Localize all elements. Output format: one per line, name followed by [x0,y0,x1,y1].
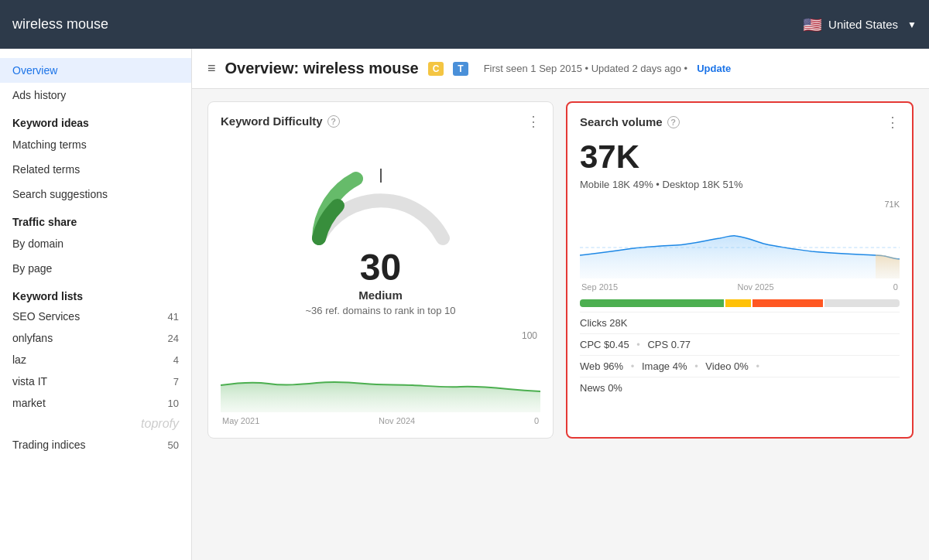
clicks-stat: Clicks 28K [580,312,900,333]
sidebar-list-count: 10 [168,398,179,409]
news-stat: News 0% [580,377,900,398]
web-val-text: 96% [603,360,623,372]
content-meta: First seen 1 Sep 2015 • Updated 2 days a… [484,63,688,74]
bar-gray [824,299,900,307]
clicks-label: Clicks [580,317,607,329]
update-link[interactable]: Update [697,63,731,74]
sidebar-list-label: market [12,397,46,409]
sidebar-item-ads-history[interactable]: Ads history [0,83,191,108]
dot-sep3: • [631,360,635,372]
dot-sep4: • [694,360,698,372]
search-volume-card: Search volume ? ⋮ 37K Mobile 18K 49% • D… [566,101,914,439]
card-title-sv: Search volume ? [580,115,680,128]
desktop-label: Desktop 18K [663,179,720,190]
sv-line-chart [580,209,900,278]
sidebar-list-count: 4 [173,354,179,366]
hamburger-icon[interactable]: ≡ [207,60,216,77]
news-label: News [580,382,605,394]
gauge-value: 30 [360,246,401,289]
gauge-container: 30 Medium ~36 ref. domains to rank in to… [221,138,540,324]
cpc-val-text: $0.45 [604,339,629,350]
sidebar-list-label: vista IT [12,375,47,388]
dots-menu-kd[interactable]: ⋮ [526,114,540,128]
card-title-kd: Keyword Difficulty ? [221,114,340,128]
sidebar: Overview Ads history Keyword ideas Match… [0,49,192,560]
gauge-label: Medium [358,289,403,302]
gauge-chart [303,153,458,246]
sidebar-item-seo-services[interactable]: SEO Services 41 [0,306,191,327]
sv-chart-area: 71K [580,200,900,292]
sidebar-item-by-page[interactable]: By page [0,256,191,281]
media-stat: Web 96% • Image 4% • Video 0% • [580,355,900,377]
keyword-difficulty-card: Keyword Difficulty ? ⋮ [207,101,554,439]
sidebar-item-vista-it[interactable]: vista IT 7 [0,370,191,392]
country-selector[interactable]: 🇺🇸 United States ▼ [803,15,917,34]
sidebar-section-keyword-lists: Keyword lists [0,281,191,306]
main-content: ≡ Overview: wireless mouse C T First see… [192,49,929,560]
volume-number: 37K [580,138,900,176]
sv-chart-bottom: Sep 2015 Nov 2025 0 [580,282,900,292]
sidebar-list-count: 7 [173,376,179,388]
sv-chart-left-label: Sep 2015 [581,282,618,292]
cps-label: CPS [647,339,668,350]
help-icon-kd[interactable]: ? [327,115,340,128]
sidebar-watermark: toprofy [0,414,191,434]
progress-bar-row [580,299,900,307]
sidebar-list-label: Trading indices [12,439,85,451]
page-title: Overview: wireless mouse [225,60,419,77]
chevron-down-icon: ▼ [907,19,917,30]
cards-row: Keyword Difficulty ? ⋮ [192,89,929,451]
dot-sep1: • [656,179,662,190]
kd-title-text: Keyword Difficulty [221,114,323,128]
sidebar-item-market[interactable]: market 10 [0,392,191,414]
kd-chart-left-label: May 2021 [222,416,259,425]
kd-chart-area: 100 May 2021 Nov 2024 [221,330,540,425]
content-header: ≡ Overview: wireless mouse C T First see… [192,49,929,89]
kd-chart-bottom: May 2021 Nov 2024 0 [221,416,540,425]
video-label: Video [705,360,731,372]
mobile-label: Mobile 18K [580,179,630,190]
image-label: Image [642,360,670,372]
kd-chart-zero-label: 0 [534,416,539,425]
sidebar-item-search-suggestions[interactable]: Search suggestions [0,182,191,207]
bar-yellow [725,299,751,307]
desktop-pct: 51% [723,179,743,190]
layout: Overview Ads history Keyword ideas Match… [0,49,929,560]
search-input[interactable] [12,16,803,32]
sidebar-item-matching-terms[interactable]: Matching terms [0,132,191,157]
dot-sep5: • [756,360,759,372]
help-icon-sv[interactable]: ? [667,116,680,128]
clicks-val-text: 28K [609,317,627,329]
sidebar-item-related-terms[interactable]: Related terms [0,157,191,182]
sidebar-list-count: 41 [168,311,179,323]
cpc-cps-stat: CPC $0.45 • CPS 0.77 [580,333,900,355]
flag-icon: 🇺🇸 [803,15,822,34]
sidebar-list-label: SEO Services [12,310,80,323]
sidebar-item-overview[interactable]: Overview [0,58,191,83]
card-header-sv: Search volume ? ⋮ [580,115,900,129]
sidebar-item-trading-indices[interactable]: Trading indices 50 [0,434,191,456]
badge-c: C [428,62,444,76]
news-val-text: 0% [608,382,622,394]
sidebar-list-count: 24 [168,333,179,344]
sidebar-list-label: onlyfans [12,332,53,344]
topbar: 🇺🇸 United States ▼ [0,0,929,49]
cpc-label: CPC [580,339,601,350]
sidebar-list-count: 50 [168,439,179,451]
sidebar-item-by-domain[interactable]: By domain [0,231,191,256]
sidebar-item-laz[interactable]: laz 4 [0,349,191,370]
card-header-kd: Keyword Difficulty ? ⋮ [221,114,540,128]
sidebar-item-onlyfans[interactable]: onlyfans 24 [0,327,191,349]
sv-title-text: Search volume [580,115,663,128]
mobile-pct-val: 49% [633,179,653,190]
dot-sep2: • [636,339,640,350]
web-label: Web [580,360,601,372]
sidebar-section-keyword-ideas: Keyword ideas [0,108,191,132]
sv-chart-right-label: Nov 2025 [737,282,773,292]
sv-chart-top-label: 71K [580,200,900,209]
gauge-sublabel: ~36 ref. domains to rank in top 10 [305,305,455,316]
bar-orange [752,299,823,307]
progress-bars [580,299,900,307]
badge-t: T [453,62,468,76]
dots-menu-sv[interactable]: ⋮ [886,115,900,129]
